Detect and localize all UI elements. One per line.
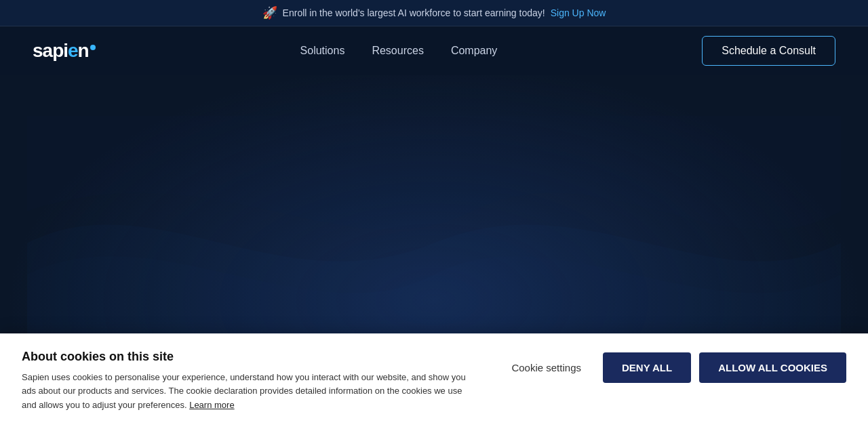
navbar: sapien Solutions Resources Company Sched… xyxy=(0,26,868,75)
cookie-settings-button[interactable]: Cookie settings xyxy=(498,352,595,383)
nav-company[interactable]: Company xyxy=(451,45,497,56)
cookie-learn-more-link[interactable]: Learn more xyxy=(189,400,234,410)
logo[interactable]: sapien xyxy=(33,40,96,62)
allow-all-cookies-button[interactable]: ALLOW ALL COOKIES xyxy=(699,352,846,383)
deny-all-button[interactable]: DENY ALL xyxy=(603,352,691,383)
logo-text: sapien xyxy=(33,40,96,62)
cookie-text-section: About cookies on this site Sapien uses c… xyxy=(22,350,476,413)
cookie-banner: About cookies on this site Sapien uses c… xyxy=(0,333,868,429)
announcement-text: Enroll in the world's largest AI workfor… xyxy=(283,7,545,18)
announcement-bar: 🚀 Enroll in the world's largest AI workf… xyxy=(0,0,868,26)
hero-wave-decoration xyxy=(27,116,841,370)
signup-link[interactable]: Sign Up Now xyxy=(551,7,606,18)
cookie-buttons: Cookie settings DENY ALL ALLOW ALL COOKI… xyxy=(498,350,846,383)
rocket-icon: 🚀 xyxy=(262,5,277,20)
nav-resources[interactable]: Resources xyxy=(372,45,423,56)
nav-links: Solutions Resources Company xyxy=(300,45,498,57)
nav-solutions[interactable]: Solutions xyxy=(300,45,345,56)
cookie-description: Sapien uses cookies to personalise your … xyxy=(22,371,476,413)
cookie-title: About cookies on this site xyxy=(22,350,476,364)
nav-schedule-consult-button[interactable]: Schedule a Consult xyxy=(702,36,835,66)
